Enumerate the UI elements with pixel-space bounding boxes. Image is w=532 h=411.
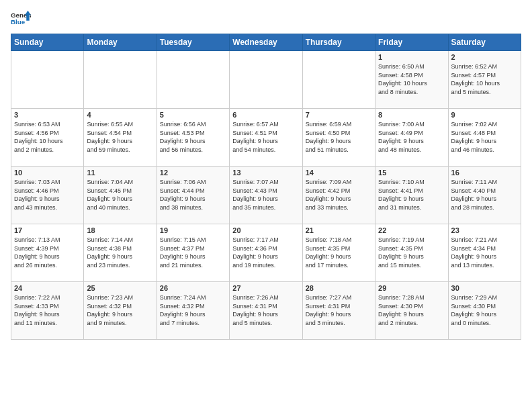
day-header-tuesday: Tuesday xyxy=(157,34,229,51)
day-number: 8 xyxy=(378,111,445,119)
day-number: 2 xyxy=(451,53,518,61)
day-cell xyxy=(157,51,229,109)
day-info: Sunrise: 6:52 AM Sunset: 4:57 PM Dayligh… xyxy=(451,62,518,96)
day-info: Sunrise: 7:11 AM Sunset: 4:40 PM Dayligh… xyxy=(451,178,518,212)
day-cell: 10Sunrise: 7:03 AM Sunset: 4:46 PM Dayli… xyxy=(11,167,84,224)
svg-text:Blue: Blue xyxy=(11,18,26,26)
day-info: Sunrise: 7:07 AM Sunset: 4:43 PM Dayligh… xyxy=(232,178,299,212)
day-cell: 7Sunrise: 6:59 AM Sunset: 4:50 PM Daylig… xyxy=(302,109,375,167)
day-number: 11 xyxy=(87,169,153,177)
day-cell: 20Sunrise: 7:17 AM Sunset: 4:36 PM Dayli… xyxy=(230,224,302,282)
page: General Blue SundayMondayTuesdayWednesda… xyxy=(0,0,532,411)
day-header-sunday: Sunday xyxy=(11,34,84,51)
day-number: 4 xyxy=(87,111,153,119)
day-cell: 18Sunrise: 7:14 AM Sunset: 4:38 PM Dayli… xyxy=(84,224,157,282)
day-cell: 6Sunrise: 6:57 AM Sunset: 4:51 PM Daylig… xyxy=(230,109,302,167)
day-number: 10 xyxy=(14,169,81,177)
day-cell: 17Sunrise: 7:13 AM Sunset: 4:39 PM Dayli… xyxy=(11,224,84,282)
day-info: Sunrise: 7:28 AM Sunset: 4:30 PM Dayligh… xyxy=(378,293,445,327)
day-info: Sunrise: 7:00 AM Sunset: 4:49 PM Dayligh… xyxy=(378,120,445,154)
day-info: Sunrise: 7:15 AM Sunset: 4:37 PM Dayligh… xyxy=(160,236,226,269)
day-info: Sunrise: 7:23 AM Sunset: 4:32 PM Dayligh… xyxy=(87,293,153,327)
day-number: 5 xyxy=(160,111,226,119)
day-info: Sunrise: 7:27 AM Sunset: 4:31 PM Dayligh… xyxy=(306,293,372,327)
day-cell: 27Sunrise: 7:26 AM Sunset: 4:31 PM Dayli… xyxy=(230,282,302,340)
week-row-4: 17Sunrise: 7:13 AM Sunset: 4:39 PM Dayli… xyxy=(11,224,521,282)
day-number: 1 xyxy=(378,53,445,61)
day-cell: 28Sunrise: 7:27 AM Sunset: 4:31 PM Dayli… xyxy=(302,282,375,340)
day-header-thursday: Thursday xyxy=(302,34,375,51)
day-info: Sunrise: 7:21 AM Sunset: 4:34 PM Dayligh… xyxy=(451,236,518,269)
day-info: Sunrise: 6:59 AM Sunset: 4:50 PM Dayligh… xyxy=(306,120,372,154)
day-header-wednesday: Wednesday xyxy=(230,34,302,51)
day-info: Sunrise: 7:24 AM Sunset: 4:32 PM Dayligh… xyxy=(160,293,226,327)
day-header-saturday: Saturday xyxy=(448,34,521,51)
day-cell: 30Sunrise: 7:29 AM Sunset: 4:30 PM Dayli… xyxy=(448,282,521,340)
day-cell: 5Sunrise: 6:56 AM Sunset: 4:53 PM Daylig… xyxy=(157,109,229,167)
day-info: Sunrise: 7:22 AM Sunset: 4:33 PM Dayligh… xyxy=(14,293,81,327)
day-header-friday: Friday xyxy=(375,34,448,51)
day-info: Sunrise: 7:03 AM Sunset: 4:46 PM Dayligh… xyxy=(14,178,81,212)
day-cell: 8Sunrise: 7:00 AM Sunset: 4:49 PM Daylig… xyxy=(375,109,448,167)
day-number: 21 xyxy=(306,226,372,234)
day-info: Sunrise: 7:04 AM Sunset: 4:45 PM Dayligh… xyxy=(87,178,153,212)
day-info: Sunrise: 7:13 AM Sunset: 4:39 PM Dayligh… xyxy=(14,236,81,269)
day-cell: 14Sunrise: 7:09 AM Sunset: 4:42 PM Dayli… xyxy=(302,167,375,224)
day-number: 3 xyxy=(14,111,81,119)
day-info: Sunrise: 7:09 AM Sunset: 4:42 PM Dayligh… xyxy=(306,178,372,212)
day-info: Sunrise: 6:56 AM Sunset: 4:53 PM Dayligh… xyxy=(160,120,226,154)
day-info: Sunrise: 7:26 AM Sunset: 4:31 PM Dayligh… xyxy=(232,293,299,327)
day-cell: 21Sunrise: 7:18 AM Sunset: 4:35 PM Dayli… xyxy=(302,224,375,282)
day-cell xyxy=(302,51,375,109)
day-info: Sunrise: 6:57 AM Sunset: 4:51 PM Dayligh… xyxy=(232,120,299,154)
week-row-2: 3Sunrise: 6:53 AM Sunset: 4:56 PM Daylig… xyxy=(11,109,521,167)
day-number: 9 xyxy=(451,111,518,119)
day-cell: 25Sunrise: 7:23 AM Sunset: 4:32 PM Dayli… xyxy=(84,282,157,340)
day-number: 14 xyxy=(306,169,372,177)
week-row-3: 10Sunrise: 7:03 AM Sunset: 4:46 PM Dayli… xyxy=(11,167,521,224)
day-info: Sunrise: 7:17 AM Sunset: 4:36 PM Dayligh… xyxy=(232,236,299,269)
day-info: Sunrise: 6:55 AM Sunset: 4:54 PM Dayligh… xyxy=(87,120,153,154)
day-cell xyxy=(230,51,302,109)
logo-svg: General Blue xyxy=(11,8,31,28)
day-info: Sunrise: 7:18 AM Sunset: 4:35 PM Dayligh… xyxy=(306,236,372,269)
header-row: SundayMondayTuesdayWednesdayThursdayFrid… xyxy=(11,34,521,51)
day-number: 18 xyxy=(87,226,153,234)
day-cell: 19Sunrise: 7:15 AM Sunset: 4:37 PM Dayli… xyxy=(157,224,229,282)
week-row-1: 1Sunrise: 6:50 AM Sunset: 4:58 PM Daylig… xyxy=(11,51,521,109)
day-cell: 11Sunrise: 7:04 AM Sunset: 4:45 PM Dayli… xyxy=(84,167,157,224)
day-number: 12 xyxy=(160,169,226,177)
day-cell: 16Sunrise: 7:11 AM Sunset: 4:40 PM Dayli… xyxy=(448,167,521,224)
day-info: Sunrise: 7:29 AM Sunset: 4:30 PM Dayligh… xyxy=(451,293,518,327)
day-cell: 1Sunrise: 6:50 AM Sunset: 4:58 PM Daylig… xyxy=(375,51,448,109)
day-number: 27 xyxy=(232,284,299,292)
day-cell xyxy=(11,51,84,109)
day-cell: 2Sunrise: 6:52 AM Sunset: 4:57 PM Daylig… xyxy=(448,51,521,109)
day-number: 24 xyxy=(14,284,81,292)
day-cell: 4Sunrise: 6:55 AM Sunset: 4:54 PM Daylig… xyxy=(84,109,157,167)
day-cell: 15Sunrise: 7:10 AM Sunset: 4:41 PM Dayli… xyxy=(375,167,448,224)
day-number: 6 xyxy=(232,111,299,119)
day-number: 13 xyxy=(232,169,299,177)
day-number: 19 xyxy=(160,226,226,234)
day-info: Sunrise: 7:19 AM Sunset: 4:35 PM Dayligh… xyxy=(378,236,445,269)
day-number: 29 xyxy=(378,284,445,292)
day-cell xyxy=(84,51,157,109)
week-row-5: 24Sunrise: 7:22 AM Sunset: 4:33 PM Dayli… xyxy=(11,282,521,340)
day-info: Sunrise: 7:06 AM Sunset: 4:44 PM Dayligh… xyxy=(160,178,226,212)
day-number: 23 xyxy=(451,226,518,234)
calendar-table: SundayMondayTuesdayWednesdayThursdayFrid… xyxy=(11,34,521,340)
day-number: 25 xyxy=(87,284,153,292)
logo: General Blue xyxy=(11,8,31,28)
day-cell: 22Sunrise: 7:19 AM Sunset: 4:35 PM Dayli… xyxy=(375,224,448,282)
day-number: 22 xyxy=(378,226,445,234)
day-number: 28 xyxy=(306,284,372,292)
day-number: 26 xyxy=(160,284,226,292)
day-info: Sunrise: 7:10 AM Sunset: 4:41 PM Dayligh… xyxy=(378,178,445,212)
day-cell: 9Sunrise: 7:02 AM Sunset: 4:48 PM Daylig… xyxy=(448,109,521,167)
day-info: Sunrise: 7:14 AM Sunset: 4:38 PM Dayligh… xyxy=(87,236,153,269)
day-cell: 3Sunrise: 6:53 AM Sunset: 4:56 PM Daylig… xyxy=(11,109,84,167)
day-number: 7 xyxy=(306,111,372,119)
day-cell: 13Sunrise: 7:07 AM Sunset: 4:43 PM Dayli… xyxy=(230,167,302,224)
day-number: 20 xyxy=(232,226,299,234)
